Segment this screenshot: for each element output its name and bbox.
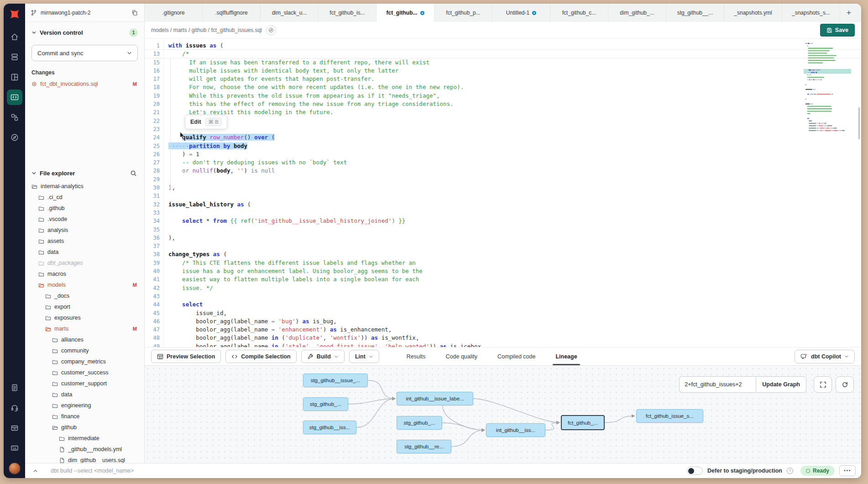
- copy-branch-button[interactable]: [131, 9, 139, 17]
- file-tree-item[interactable]: .vscode: [25, 214, 144, 225]
- lineage-node[interactable]: stg_github__re...: [397, 440, 451, 453]
- code-line[interactable]: 13 /*: [145, 50, 861, 58]
- file-tree-item[interactable]: customer_success: [25, 367, 144, 378]
- code-line[interactable]: 16 multiple issues with identical body t…: [145, 67, 861, 75]
- lineage-node[interactable]: int_github__issue_labe...: [397, 392, 473, 405]
- editor-tab[interactable]: dim_slack_u...: [261, 4, 319, 22]
- code-line[interactable]: 27 -- don't try deduping issues with no …: [145, 158, 861, 167]
- lineage-node[interactable]: int_github__iss...: [486, 423, 545, 437]
- code-line[interactable]: 45 issue_id,: [145, 309, 861, 317]
- code-line[interactable]: 20 this has the effect of removing the n…: [145, 100, 861, 108]
- code-line[interactable]: 37: [145, 242, 861, 250]
- code-line[interactable]: 30),: [145, 184, 861, 192]
- collapse-command-bar-button[interactable]: [25, 468, 45, 474]
- rail-archive-button[interactable]: [7, 420, 22, 436]
- rail-projects-button[interactable]: [7, 49, 22, 65]
- commit-and-sync-button[interactable]: Commit and sync: [31, 45, 138, 61]
- version-control-header[interactable]: Version control 1: [31, 26, 138, 38]
- lineage-filter-input[interactable]: [679, 376, 756, 393]
- code-line[interactable]: 36),: [145, 234, 861, 242]
- code-line[interactable]: 40 issue has a bug or enhancement label.…: [145, 267, 861, 275]
- avatar[interactable]: [9, 463, 21, 474]
- editor-tab[interactable]: _snapshots_s...: [782, 4, 840, 22]
- code-line[interactable]: 31: [145, 192, 861, 200]
- editor-scrollbar[interactable]: [858, 107, 860, 139]
- code-line[interactable]: 29: [145, 175, 861, 184]
- file-tree-item[interactable]: exposures: [25, 312, 144, 323]
- file-tree-item[interactable]: martsM: [25, 323, 144, 334]
- panel-tab-code-quality[interactable]: Code quality: [446, 347, 478, 365]
- rail-keyboard-button[interactable]: [7, 440, 22, 456]
- changed-file-item[interactable]: fct_dbt_invocations.sqlM: [31, 79, 138, 89]
- lineage-node[interactable]: fct_github_issue_s...: [636, 409, 703, 423]
- editor-minimap[interactable]: [804, 42, 853, 137]
- panel-tab-results[interactable]: Results: [407, 347, 426, 365]
- compile-selection-button[interactable]: Compile Selection: [225, 350, 296, 363]
- code-line[interactable]: 23: [145, 125, 861, 133]
- code-line[interactable]: 47 boolor_agg(label_name = 'enhancement'…: [145, 326, 861, 334]
- rail-orchestrate-button[interactable]: [7, 110, 22, 125]
- file-tree-item[interactable]: macros: [25, 268, 144, 279]
- file-explorer-header[interactable]: File explorer: [25, 165, 144, 181]
- code-line[interactable]: 18 For now, choose the one with more rec…: [145, 83, 861, 91]
- preview-selection-button[interactable]: Preview Selection: [151, 350, 221, 363]
- file-tree-item[interactable]: assets: [25, 236, 144, 247]
- file-tree-item[interactable]: export: [25, 301, 144, 312]
- dbt-command-input[interactable]: [50, 467, 682, 474]
- file-tree-item[interactable]: _docs: [25, 290, 144, 301]
- code-line[interactable]: 48 boolor_agg(label_name in ('duplicate'…: [145, 334, 861, 342]
- lineage-node[interactable]: fct_github_...: [561, 415, 605, 430]
- file-search-button[interactable]: [129, 169, 138, 178]
- code-line[interactable]: 34 select * from {{ ref('int_github__iss…: [145, 217, 861, 225]
- file-tree-item[interactable]: modelsM: [25, 279, 144, 290]
- fullscreen-button[interactable]: [814, 376, 832, 393]
- file-tree-item[interactable]: finance: [25, 411, 144, 422]
- rail-develop-button[interactable]: [7, 89, 22, 105]
- file-tree-item[interactable]: alliances: [25, 334, 144, 345]
- editor-tab[interactable]: stg_github__...: [666, 4, 724, 22]
- save-button[interactable]: Save: [820, 24, 855, 37]
- code-line[interactable]: 19 While this prevents the old issue fro…: [145, 92, 861, 100]
- code-line[interactable]: 49 boolor_agg(label_name in ('stale', 'g…: [145, 342, 861, 347]
- code-line[interactable]: 22: [145, 117, 861, 125]
- editor-tab[interactable]: .gitignore: [145, 4, 203, 22]
- more-options-button[interactable]: •••: [839, 465, 856, 476]
- code-line[interactable]: 17 will get updates for events that happ…: [145, 75, 861, 83]
- lineage-node[interactable]: stg_github__issue_...: [303, 374, 368, 387]
- code-line[interactable]: 42 issue. */: [145, 284, 861, 292]
- new-tab-button[interactable]: +: [840, 4, 858, 22]
- rail-explore-button[interactable]: [7, 130, 22, 145]
- edit-button[interactable]: Edit: [190, 119, 201, 125]
- dbt-logo-icon[interactable]: [6, 6, 23, 22]
- rail-notes-button[interactable]: [7, 380, 22, 395]
- lint-button[interactable]: Lint: [349, 350, 379, 363]
- defer-toggle[interactable]: [687, 467, 703, 475]
- code-line[interactable]: 33: [145, 209, 861, 217]
- update-graph-button[interactable]: Update Graph: [756, 376, 806, 393]
- rail-support-button[interactable]: [7, 400, 22, 416]
- rail-home-button[interactable]: [7, 29, 22, 45]
- code-line[interactable]: 25······partition by body: [145, 142, 861, 150]
- editor-tab[interactable]: fct_github...: [376, 4, 434, 22]
- refresh-button[interactable]: [836, 376, 854, 393]
- file-tree-item[interactable]: community: [25, 345, 144, 356]
- code-line[interactable]: 38change_types as (: [145, 250, 861, 258]
- code-line[interactable]: 44 select: [145, 300, 861, 309]
- editor-tab[interactable]: _snapshots.yml: [724, 4, 782, 22]
- build-button[interactable]: Build: [301, 350, 345, 363]
- code-line[interactable]: 28 or nullif(body, '') is null: [145, 167, 861, 175]
- file-tree-item[interactable]: .github: [25, 203, 144, 214]
- editor-tab[interactable]: fct_github_p...: [434, 4, 492, 22]
- help-icon[interactable]: ?: [787, 468, 793, 474]
- file-tree-item[interactable]: dbt_packages: [25, 258, 144, 268]
- code-line[interactable]: 15 If an issue has been transferred to a…: [145, 58, 861, 67]
- editor-tab[interactable]: fct_github_is...: [319, 4, 376, 22]
- file-tree-item[interactable]: data: [25, 389, 144, 400]
- file-tree-item[interactable]: intermediate: [25, 433, 144, 444]
- panel-tab-lineage[interactable]: Lineage: [555, 347, 577, 365]
- editor-tab[interactable]: dim_github_...: [608, 4, 666, 22]
- lineage-node[interactable]: stg_github__iss...: [303, 421, 356, 434]
- file-tree-item[interactable]: analysis: [25, 225, 144, 236]
- panel-tab-compiled-code[interactable]: Compiled code: [497, 347, 535, 365]
- open-docs-button[interactable]: [266, 25, 276, 35]
